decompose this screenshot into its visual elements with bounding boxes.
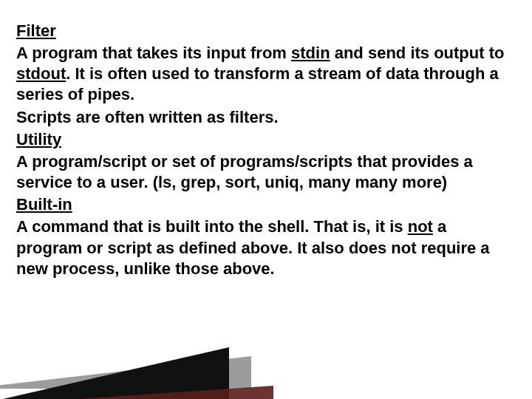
filter-body-1c: . It is often used to transform a stream… bbox=[16, 64, 499, 103]
builtin-heading-text: Built-in bbox=[16, 195, 72, 214]
utility-heading: Utility bbox=[16, 129, 516, 150]
filter-body-1: A program that takes its input from stdi… bbox=[16, 43, 516, 105]
filter-heading: Filter bbox=[16, 21, 516, 41]
stdout-term: stdout bbox=[16, 64, 66, 83]
builtin-heading: Built-in bbox=[16, 194, 516, 215]
accent-shape-red bbox=[0, 386, 273, 399]
corner-accent bbox=[0, 318, 281, 399]
filter-heading-text: Filter bbox=[16, 21, 56, 40]
filter-body-1a: A program that takes its input from bbox=[16, 44, 291, 62]
builtin-body: A command that is built into the shell. … bbox=[16, 216, 516, 279]
filter-body-2: Scripts are often written as filters. bbox=[16, 107, 516, 128]
stdin-term: stdin bbox=[291, 44, 330, 62]
filter-body-1b: and send its output to bbox=[330, 44, 505, 62]
slide-content: Filter A program that takes its input fr… bbox=[16, 21, 516, 281]
utility-heading-text: Utility bbox=[16, 130, 61, 149]
not-term: not bbox=[408, 217, 433, 236]
utility-body: A program/script or set of programs/scri… bbox=[16, 151, 516, 193]
slide: Filter A program that takes its input fr… bbox=[0, 0, 532, 399]
builtin-body-a: A command that is built into the shell. … bbox=[16, 217, 408, 236]
